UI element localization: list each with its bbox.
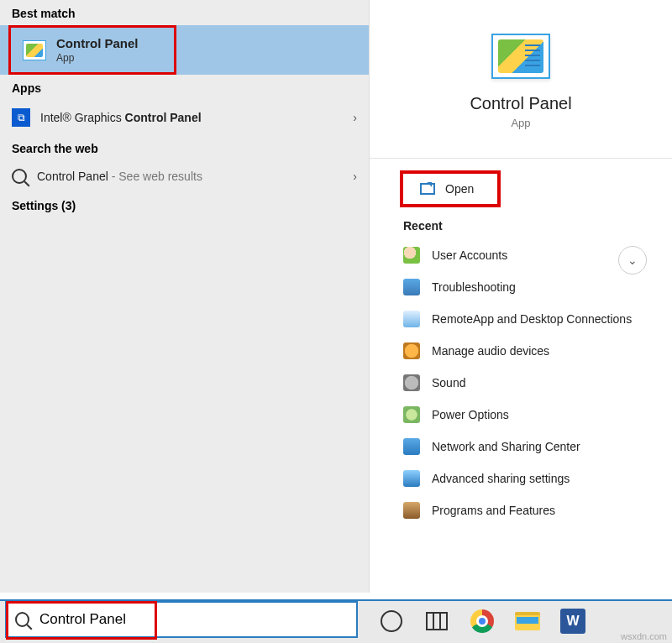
recent-item-sharing[interactable]: Advanced sharing settings xyxy=(370,463,672,494)
audio-icon xyxy=(403,342,420,359)
search-input[interactable] xyxy=(39,611,348,628)
open-icon xyxy=(420,183,435,195)
search-box[interactable] xyxy=(5,601,358,638)
web-header: Search the web xyxy=(0,135,369,160)
chrome-icon xyxy=(470,609,494,633)
task-view-button[interactable] xyxy=(423,608,450,635)
web-item-label: Control Panel - See web results xyxy=(37,170,202,183)
intel-graphics-icon: ⧉ xyxy=(12,108,30,127)
details-header: Control Panel App xyxy=(370,0,672,146)
recent-item-audio[interactable]: Manage audio devices xyxy=(370,335,672,367)
explorer-button[interactable] xyxy=(514,608,541,635)
taskbar-icons: W xyxy=(378,599,586,643)
control-panel-icon xyxy=(23,40,46,60)
apps-item-intel-graphics[interactable]: ⧉ Intel® Graphics Control Panel › xyxy=(0,100,369,135)
recent-item-sound[interactable]: Sound xyxy=(370,367,672,399)
details-title: Control Panel xyxy=(370,94,672,113)
word-button[interactable]: W xyxy=(559,608,586,635)
open-label: Open xyxy=(445,182,474,196)
search-icon xyxy=(15,612,29,627)
best-match-item-control-panel[interactable]: Control Panel App xyxy=(8,25,176,75)
control-panel-icon-large xyxy=(491,34,550,79)
best-match-header: Best match xyxy=(0,0,369,25)
recent-header: Recent xyxy=(370,207,672,239)
sharing-icon xyxy=(403,470,420,487)
recent-item-troubleshooting[interactable]: Troubleshooting xyxy=(370,271,672,303)
apps-item-label: Intel® Graphics Control Panel xyxy=(40,111,202,124)
chrome-button[interactable] xyxy=(469,608,496,635)
troubleshooting-icon xyxy=(403,279,420,295)
expand-button[interactable]: ⌄ xyxy=(618,246,647,274)
folder-icon xyxy=(515,612,540,630)
power-icon xyxy=(403,406,420,423)
chevron-right-icon: › xyxy=(353,170,357,183)
search-results-panel: Best match Control Panel App Apps ⧉ Inte… xyxy=(0,0,370,593)
task-view-icon xyxy=(426,612,448,630)
web-item-control-panel[interactable]: Control Panel - See web results › xyxy=(0,160,369,192)
best-match-subtitle: App xyxy=(56,52,139,64)
taskbar: W xyxy=(0,599,672,643)
apps-header: Apps xyxy=(0,75,369,100)
chevron-right-icon: › xyxy=(353,111,357,124)
recent-item-programs[interactable]: Programs and Features xyxy=(370,494,672,526)
details-subtitle: App xyxy=(370,117,672,129)
best-match-title: Control Panel xyxy=(56,36,139,50)
open-button[interactable]: Open xyxy=(400,170,501,207)
search-icon xyxy=(12,169,27,184)
user-accounts-icon xyxy=(403,247,420,264)
recent-item-remoteapp[interactable]: RemoteApp and Desktop Connections xyxy=(370,303,672,335)
recent-item-power[interactable]: Power Options xyxy=(370,399,672,431)
word-icon: W xyxy=(560,609,585,634)
cortana-button[interactable] xyxy=(378,608,405,635)
remoteapp-icon xyxy=(403,311,420,327)
cortana-icon xyxy=(381,610,402,632)
sound-icon xyxy=(403,374,420,391)
settings-header[interactable]: Settings (3) xyxy=(0,192,369,217)
divider xyxy=(370,158,672,159)
network-icon xyxy=(403,438,420,455)
recent-item-network[interactable]: Network and Sharing Center xyxy=(370,431,672,463)
watermark: wsxdn.com xyxy=(621,631,667,641)
details-panel: Control Panel App Open ⌄ Recent User Acc… xyxy=(370,0,672,593)
best-match-row: Control Panel App xyxy=(0,25,369,75)
programs-icon xyxy=(403,502,420,519)
